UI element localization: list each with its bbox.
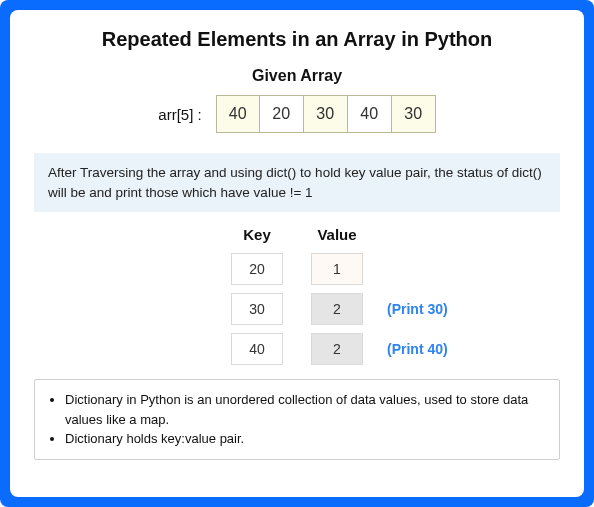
array-cell: 40 [348,95,392,133]
kv-row: 402(Print 40) [34,333,560,365]
given-array-label: Given Array [34,67,560,85]
array-cell: 30 [304,95,348,133]
diagram-frame: Repeated Elements in an Array in Python … [0,0,594,507]
footer-notes: Dictionary in Python is an unordered col… [34,379,560,460]
kv-table-body: 201302(Print 30)402(Print 40) [34,253,560,365]
kv-row: 201 [34,253,560,285]
array-row: arr[5] : 4020304030 [34,95,560,133]
array-variable-label: arr[5] : [158,106,201,123]
array-cells: 4020304030 [216,95,436,133]
kv-header-value: Value [311,226,363,243]
diagram-content: Repeated Elements in an Array in Python … [10,10,584,497]
kv-value-cell: 1 [311,253,363,285]
kv-key-cell: 20 [231,253,283,285]
kv-header-key: Key [231,226,283,243]
array-cell: 30 [392,95,436,133]
print-annotation: (Print 30) [387,301,448,317]
kv-table-header: Key Value [34,226,560,243]
kv-key-cell: 40 [231,333,283,365]
main-title: Repeated Elements in an Array in Python [34,28,560,51]
kv-row: 302(Print 30) [34,293,560,325]
kv-key-cell: 30 [231,293,283,325]
footer-bullet: Dictionary holds key:value pair. [65,429,545,449]
kv-value-cell: 2 [311,293,363,325]
explanation-box: After Traversing the array and using dic… [34,153,560,212]
kv-value-cell: 2 [311,333,363,365]
array-cell: 40 [216,95,260,133]
array-cell: 20 [260,95,304,133]
footer-bullet: Dictionary in Python is an unordered col… [65,390,545,429]
print-annotation: (Print 40) [387,341,448,357]
